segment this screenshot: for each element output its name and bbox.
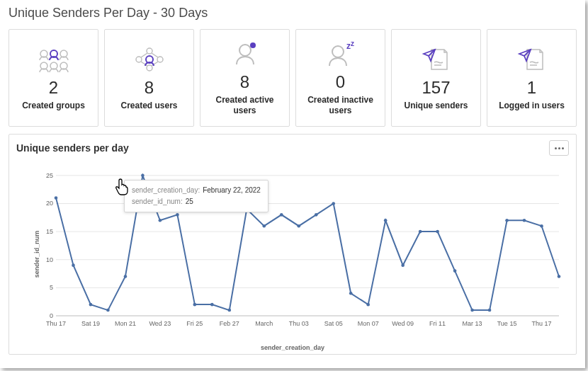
- svg-point-50: [384, 219, 388, 222]
- svg-point-32: [72, 263, 75, 267]
- svg-text:Fri 25: Fri 25: [186, 320, 203, 327]
- svg-point-37: [159, 219, 162, 222]
- svg-point-31: [55, 196, 58, 200]
- send-document-icon: [422, 45, 451, 74]
- card-label: Created active users: [203, 95, 286, 116]
- svg-point-45: [297, 224, 300, 228]
- card-label: Created users: [120, 101, 177, 111]
- svg-text:Mon 07: Mon 07: [358, 320, 379, 327]
- svg-point-7: [147, 65, 152, 71]
- svg-text:Feb 27: Feb 27: [220, 320, 239, 327]
- card-created-inactive-users[interactable]: z z 0 Created inactive users: [295, 29, 385, 127]
- svg-point-59: [540, 224, 543, 228]
- card-logged-in-users[interactable]: 1 Logged in users: [487, 29, 577, 127]
- svg-point-43: [262, 224, 266, 228]
- svg-point-49: [366, 303, 370, 307]
- card-created-groups[interactable]: 2 Created groups: [9, 29, 98, 127]
- chart-title: Unique senders per day: [16, 142, 129, 154]
- svg-text:Sat 05: Sat 05: [324, 320, 343, 327]
- groups-icon: [36, 45, 72, 74]
- svg-point-35: [124, 275, 128, 278]
- svg-point-51: [401, 263, 405, 267]
- svg-point-58: [523, 219, 526, 222]
- svg-point-44: [280, 213, 283, 217]
- svg-point-8: [136, 57, 142, 62]
- svg-point-53: [436, 230, 439, 234]
- svg-point-33: [89, 303, 93, 307]
- svg-point-48: [349, 292, 353, 295]
- card-value: 0: [336, 72, 345, 92]
- svg-text:z: z: [351, 40, 354, 47]
- svg-point-17: [332, 46, 344, 57]
- card-value: 1: [527, 78, 536, 98]
- user-inactive-icon: z z: [325, 40, 356, 68]
- card-label: Unique senders: [404, 101, 468, 111]
- stat-cards: 2 Created groups 8 Created users: [9, 29, 577, 127]
- svg-text:15: 15: [46, 228, 53, 235]
- svg-text:Mar 13: Mar 13: [463, 320, 482, 327]
- svg-point-16: [250, 42, 256, 48]
- svg-point-54: [453, 269, 457, 273]
- svg-text:Wed 23: Wed 23: [149, 320, 171, 327]
- svg-text:0: 0: [50, 312, 53, 319]
- card-label: Logged in users: [499, 101, 565, 111]
- chart-panel: Unique senders per day sender_id_num sen…: [9, 134, 577, 355]
- svg-point-52: [419, 230, 422, 234]
- chart-tooltip: sender_creation_day:February 22, 2022 se…: [124, 180, 268, 212]
- svg-point-15: [239, 45, 251, 56]
- svg-text:25: 25: [46, 172, 53, 179]
- card-value: 8: [240, 72, 249, 92]
- svg-text:Wed 09: Wed 09: [392, 320, 414, 327]
- svg-point-40: [210, 303, 214, 307]
- x-axis-label: sender_creation_day: [261, 344, 324, 351]
- card-created-active-users[interactable]: 8 Created active users: [200, 29, 290, 127]
- card-value: 8: [145, 78, 154, 98]
- user-active-icon: [231, 40, 259, 68]
- card-label: Created inactive users: [299, 95, 382, 116]
- card-unique-senders[interactable]: 157 Unique senders: [391, 29, 481, 127]
- svg-point-55: [470, 309, 474, 312]
- send-document-icon: [517, 45, 547, 74]
- svg-text:5: 5: [50, 284, 53, 291]
- svg-text:Fri 11: Fri 11: [429, 320, 446, 327]
- svg-text:Thu 03: Thu 03: [289, 320, 309, 327]
- svg-text:Mon 21: Mon 21: [115, 320, 136, 327]
- svg-text:10: 10: [46, 256, 53, 263]
- svg-point-47: [332, 202, 335, 205]
- svg-point-41: [228, 309, 232, 312]
- y-axis-label: sender_id_num: [33, 231, 40, 278]
- page-title: Unique Senders Per Day - 30 Days: [9, 6, 577, 21]
- svg-text:Tue 15: Tue 15: [497, 320, 517, 327]
- chart-more-button[interactable]: [549, 140, 569, 156]
- svg-text:March: March: [255, 320, 273, 327]
- svg-text:Sat 19: Sat 19: [81, 320, 100, 327]
- svg-point-38: [176, 213, 179, 217]
- card-label: Created groups: [22, 101, 85, 111]
- svg-point-60: [558, 275, 561, 278]
- svg-text:20: 20: [46, 200, 53, 207]
- card-created-users[interactable]: 8 Created users: [104, 29, 194, 127]
- svg-point-36: [141, 174, 145, 178]
- svg-point-57: [505, 219, 509, 222]
- svg-point-9: [157, 57, 163, 62]
- users-network-icon: [133, 45, 166, 74]
- svg-point-34: [106, 309, 110, 312]
- line-chart[interactable]: 0510152025 Thu 17Sat 19Mon 21Wed 23Fri 2…: [40, 160, 565, 333]
- svg-point-6: [147, 48, 152, 54]
- card-value: 157: [422, 78, 450, 98]
- svg-text:Thu 17: Thu 17: [532, 320, 552, 327]
- svg-point-56: [488, 309, 492, 312]
- svg-text:Thu 17: Thu 17: [46, 320, 66, 327]
- svg-point-46: [315, 213, 318, 217]
- svg-point-39: [193, 303, 197, 307]
- card-value: 2: [49, 78, 58, 98]
